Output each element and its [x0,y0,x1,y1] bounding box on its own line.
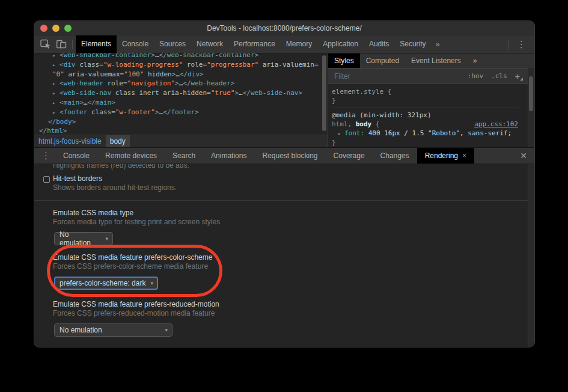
option-label: Hit-test borders [53,174,534,183]
close-drawer-icon[interactable]: ✕ [519,151,528,161]
main-toolbar: Elements Console Sources Network Perform… [34,35,534,54]
device-toolbar-icon[interactable] [53,37,69,52]
tree-node[interactable]: "0" aria-valuemax="100" hidden>…</div> [39,70,328,79]
new-style-rule-button[interactable]: + [515,72,523,81]
expand-node-icon[interactable]: ▸ [52,61,60,70]
breadcrumb-item-html[interactable]: html.js-focus-visible [34,135,106,147]
rendering-scrollbar-track[interactable] [528,164,534,347]
styles-scrollbar-thumb[interactable] [529,76,533,111]
tab-audits[interactable]: Audits [364,35,394,53]
tab-event-listeners[interactable]: Event Listeners [405,54,467,68]
option-description: Shows borders around hit-test regions. [53,183,534,192]
drawer-toolbar: ⋮ Console Remote devices Search Animatio… [34,147,534,164]
media-type-select[interactable]: No emulation ▾ [54,232,113,245]
devtools-window: DevTools - localhost:8080/prefers-color-… [34,21,534,347]
titlebar: DevTools - localhost:8080/prefers-color-… [34,21,534,35]
tab-computed[interactable]: Computed [360,54,405,68]
tree-node[interactable]: ▸<main>…</main> [39,98,328,108]
minimize-window-button[interactable] [52,25,60,32]
drawer-menu-icon[interactable]: ⋮ [37,148,55,164]
section-title: Emulate CSS media feature prefers-reduce… [53,300,534,309]
toolbar-separator [508,40,509,49]
zoom-window-button[interactable] [64,25,72,32]
drawer-tab-changes[interactable]: Changes [373,148,417,164]
section-title: Emulate CSS media feature prefers-color-… [53,253,534,262]
tab-security[interactable]: Security [394,35,431,53]
clipped-option-description: Highlights frames (red) detected to be a… [34,164,534,170]
more-sidebar-tabs-button[interactable]: » [467,54,483,68]
prefers-reduced-motion-section: Emulate CSS media feature prefers-reduce… [34,300,534,337]
tab-console[interactable]: Console [117,35,154,53]
traffic-lights [40,21,72,35]
drawer-tab-coverage[interactable]: Coverage [326,148,373,164]
tree-node[interactable]: ▸<footer class="w-footer">…</footer> [39,108,328,117]
toolbar-separator [72,40,73,49]
section-description: Forces media type for testing print and … [53,218,534,227]
expand-node-icon[interactable]: ▸ [52,54,60,60]
dom-tree: ▸<web-snackbar-container>…</web-snackbar… [34,54,328,135]
dom-tree-scrollbar[interactable] [322,55,326,131]
pseudo-state-button[interactable]: :hov [468,72,484,80]
breadcrumb: html.js-focus-visible body [34,135,328,147]
styles-tab-bar: Styles Computed Event Listeners » [328,54,534,69]
select-chevron-icon: ▾ [165,327,168,333]
drawer-tab-console[interactable]: Console [55,148,97,164]
more-panels-button[interactable]: » [432,35,444,53]
styles-sidebar: Styles Computed Event Listeners » :hov .… [328,54,534,147]
select-chevron-icon: ▾ [105,236,108,242]
prefers-reduced-motion-select[interactable]: No emulation ▾ [54,323,173,337]
rule-media-html-body: @media (min-width: 321px) app.css:102htm… [332,108,518,147]
devtools-menu-icon[interactable]: ⋮ [512,37,531,52]
tab-network[interactable]: Network [191,35,228,53]
expand-node-icon[interactable]: ▸ [52,79,60,88]
tab-sources[interactable]: Sources [154,35,191,53]
class-toggle-button[interactable]: .cls [491,72,507,80]
tree-node[interactable]: ▸<web-header role="navigation">…</web-he… [39,79,328,88]
section-title: Emulate CSS media type [53,209,534,218]
close-rendering-tab-icon[interactable]: × [462,148,466,164]
tree-node[interactable]: ▸<web-snackbar-container>…</web-snackbar… [39,54,328,60]
drawer-tab-animations[interactable]: Animations [203,148,254,164]
tree-node[interactable]: </html> [39,126,328,135]
styles-rules: element.style { } @media (min-width: 321… [328,84,528,147]
tab-styles[interactable]: Styles [328,54,360,68]
tree-node[interactable]: ▸<div class="w-loading-progress" role="p… [39,60,328,70]
tree-node[interactable]: ▸<web-side-nav class inert aria-hidden="… [39,88,328,98]
hit-test-borders-option: Hit-test borders Shows borders around hi… [34,174,534,192]
select-chevron-icon: ▾ [150,280,153,286]
drawer-tab-rendering[interactable]: Rendering × [417,148,474,164]
tab-memory[interactable]: Memory [281,35,317,53]
expand-node-icon[interactable]: ▸ [52,89,60,98]
rendering-panel: Highlights frames (red) detected to be a… [34,164,534,347]
expand-node-icon[interactable]: ▸ [52,99,60,108]
section-description: Forces CSS prefers-color-scheme media fe… [53,262,534,271]
rule-element-style: element.style { } [332,86,518,108]
elements-panel: ▸<web-snackbar-container>…</web-snackbar… [34,54,534,147]
hit-test-borders-checkbox[interactable] [43,176,50,183]
tab-performance[interactable]: Performance [228,35,281,53]
prefers-color-scheme-section: Emulate CSS media feature prefers-color-… [34,253,534,290]
styles-filter-bar: :hov .cls + [328,69,528,84]
drawer-tab-search[interactable]: Search [165,148,203,164]
expand-node-icon[interactable]: ▸ [52,108,60,117]
breadcrumb-item-body[interactable]: body [106,135,130,147]
section-description: Forces CSS prefers-reduced-motion media … [53,309,534,318]
close-window-button[interactable] [40,25,47,32]
styles-filter-input[interactable] [333,72,460,81]
dom-tree-pane: ▸<web-snackbar-container>…</web-snackbar… [34,54,328,135]
tab-application[interactable]: Application [317,35,364,53]
prefers-color-scheme-select[interactable]: prefers-color-scheme: dark ▾ [54,277,158,290]
tab-elements[interactable]: Elements [76,35,117,53]
inspect-element-icon[interactable] [38,37,53,52]
window-title: DevTools - localhost:8080/prefers-color-… [207,24,361,32]
media-query: @media (min-width: 321px) [332,111,518,120]
stylesheet-link[interactable]: app.css:102 [474,120,518,129]
tree-node[interactable]: </body> [39,117,328,126]
media-type-section: Emulate CSS media type Forces media type… [34,209,534,245]
drawer-tab-request-blocking[interactable]: Request blocking [254,148,325,164]
section-divider [34,200,528,201]
expand-property-icon[interactable]: ▸ [338,129,344,138]
drawer-tab-remote-devices[interactable]: Remote devices [97,148,165,164]
